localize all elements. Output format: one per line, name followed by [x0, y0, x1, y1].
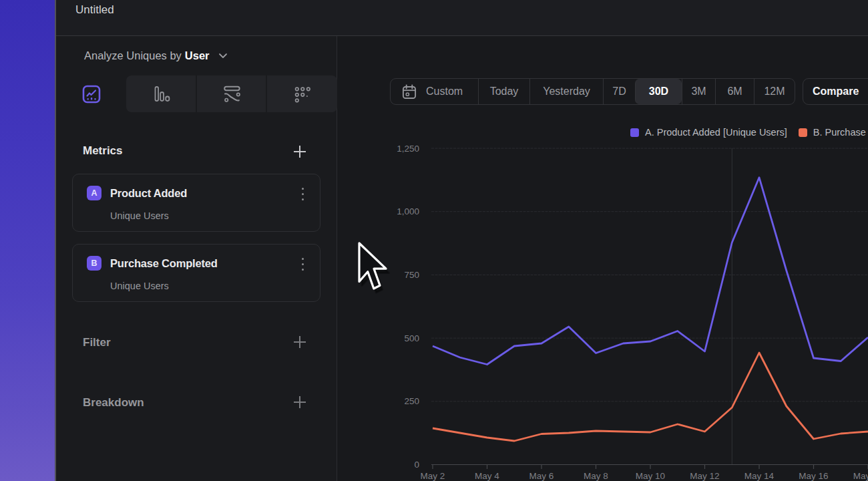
svg-text:500: 500	[404, 333, 419, 343]
svg-text:May 14: May 14	[744, 471, 775, 481]
svg-text:May 12: May 12	[690, 471, 719, 481]
svg-text:May 8: May 8	[584, 471, 608, 481]
svg-text:250: 250	[404, 396, 419, 406]
svg-text:1,250: 1,250	[397, 144, 419, 154]
svg-text:750: 750	[404, 270, 419, 280]
svg-text:May 16: May 16	[799, 471, 828, 481]
svg-text:0: 0	[414, 460, 419, 470]
svg-text:May 18: May 18	[853, 471, 868, 481]
svg-text:May 6: May 6	[529, 471, 554, 481]
svg-text:May 4: May 4	[475, 471, 499, 481]
svg-text:May 10: May 10	[636, 471, 665, 481]
svg-text:May 2: May 2	[421, 471, 445, 481]
svg-text:1,000: 1,000	[397, 206, 419, 216]
